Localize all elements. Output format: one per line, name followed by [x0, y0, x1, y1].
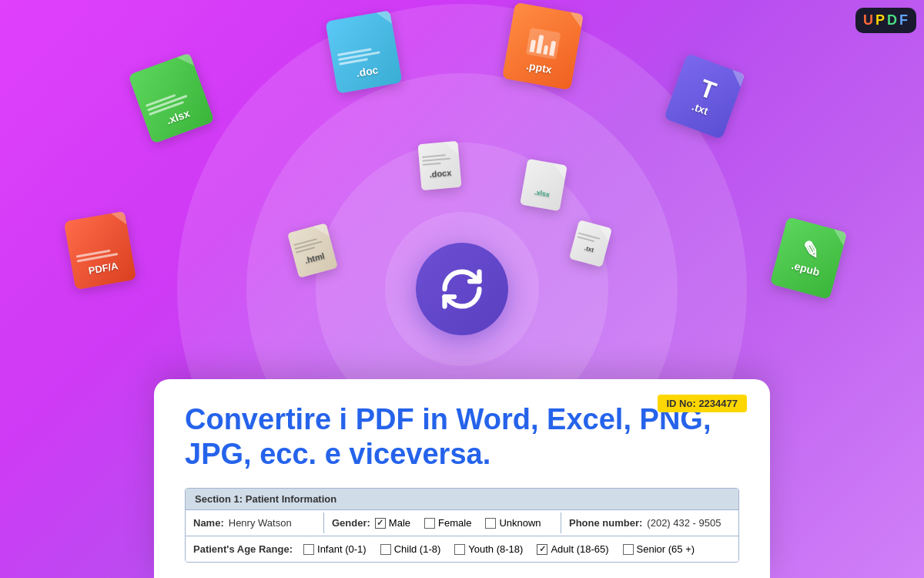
xlsx-small-icon: .xlsx: [520, 159, 567, 211]
female-label: Female: [438, 517, 471, 529]
age-range-label: Patient's Age Range:: [193, 543, 293, 555]
pptx-icon: .pptx: [502, 2, 584, 90]
docx-small-ext-label: .docx: [429, 168, 452, 183]
pdfa-ext-label: PDF/A: [88, 260, 120, 281]
form-row-1: Name: Henry Watson Gender: Male Female U…: [186, 509, 738, 536]
txt-small-ext-label: .txt: [583, 244, 594, 258]
unknown-checkbox[interactable]: [485, 518, 496, 529]
gender-label: Gender:: [332, 517, 370, 529]
age-senior: Senior (65 +): [623, 543, 695, 555]
age-range-cell: Patient's Age Range: Infant (0-1) Child …: [186, 539, 738, 560]
age-infant: Infant (0-1): [303, 543, 367, 555]
child-checkbox[interactable]: [380, 544, 391, 555]
age-child: Child (1-8): [380, 543, 441, 555]
gender-female: Female: [424, 517, 471, 529]
doc-icon: .doc: [325, 10, 402, 93]
logo-d: D: [887, 12, 898, 29]
form-section-title: Section 1: Patient Information: [186, 489, 738, 509]
infant-label: Infant (0-1): [317, 543, 367, 555]
male-checkbox[interactable]: [375, 518, 386, 529]
logo-f: F: [899, 12, 909, 29]
xlsx-large-icon: .xlsx: [128, 52, 214, 143]
logo-u: U: [863, 12, 874, 29]
phone-value: (202) 432 - 9505: [647, 517, 721, 529]
id-badge: ID No: 2234477: [658, 395, 748, 412]
form-row-2: Patient's Age Range: Infant (0-1) Child …: [186, 536, 738, 562]
phone-cell: Phone number: (202) 432 - 9505: [561, 512, 738, 533]
logo-p: P: [875, 12, 886, 29]
html-ext-label: .html: [303, 250, 326, 269]
xlsx-small-ext-label: .xlsx: [533, 188, 551, 203]
female-checkbox[interactable]: [424, 518, 435, 529]
pptx-ext-label: .pptx: [524, 59, 553, 80]
unknown-label: Unknown: [499, 517, 541, 529]
doc-ext-label: .doc: [355, 63, 380, 84]
adult-checkbox[interactable]: [537, 544, 547, 555]
age-adult: Adult (18-65): [537, 543, 608, 555]
docx-small-icon: .docx: [417, 141, 461, 190]
male-label: Male: [389, 517, 410, 529]
name-label: Name:: [193, 517, 224, 529]
gender-unknown: Unknown: [485, 517, 541, 529]
pdfa-icon: PDF/A: [64, 211, 136, 291]
gender-male: Male: [375, 517, 410, 529]
updf-logo: UPDF: [855, 8, 916, 33]
infant-checkbox[interactable]: [303, 544, 314, 555]
age-youth: Youth (8-18): [454, 543, 523, 555]
adult-label: Adult (18-65): [551, 543, 608, 555]
xlsx-ext-label: .xlsx: [165, 107, 193, 131]
senior-checkbox[interactable]: [623, 544, 634, 555]
conversion-icon[interactable]: [416, 243, 508, 335]
gender-cell: Gender: Male Female Unknown: [324, 512, 561, 533]
epub-icon: ✎ .epub: [770, 217, 848, 300]
content-card: ID No: 2234477 Convertire i PDF in Word,…: [154, 379, 770, 578]
name-cell: Name: Henry Watson: [186, 512, 324, 533]
youth-label: Youth (8-18): [468, 543, 523, 555]
senior-label: Senior (65 +): [637, 543, 695, 555]
phone-label: Phone number:: [569, 517, 642, 529]
main-title: Convertire i PDF in Word, Excel, PNG, JP…: [185, 402, 724, 472]
child-label: Child (1-8): [394, 543, 441, 555]
name-value: Henry Watson: [229, 517, 292, 529]
patient-form: Section 1: Patient Information Name: Hen…: [185, 488, 739, 563]
youth-checkbox[interactable]: [454, 544, 465, 555]
